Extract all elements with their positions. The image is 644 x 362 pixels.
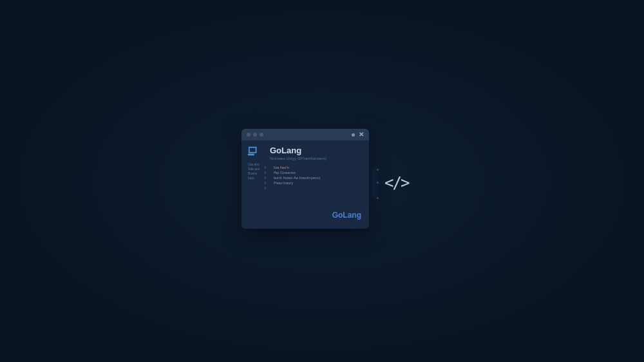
line-number: 1 xyxy=(264,165,266,170)
code-line: Paav baury xyxy=(274,180,320,186)
code-editor-content[interactable]: foa fast's fhp Gnaanss letnb hotes Ae In… xyxy=(274,165,320,186)
sidebar-items: Gta.ano Sab aos Buabs bajo xyxy=(248,162,260,180)
line-number: 1 xyxy=(264,170,266,175)
left-panel: Gta.ano Sab aos Buabs bajo xyxy=(248,146,263,180)
close-icon[interactable]: ✕ xyxy=(359,131,364,138)
line-number-gutter: 1 1 1 1 1 xyxy=(264,165,266,191)
sidebar-item[interactable]: Buabs xyxy=(248,171,260,176)
line-number: 1 xyxy=(264,175,266,180)
code-editor-window: ✕ Gta.ano Sab aos Buabs bajo GoLang Nicr… xyxy=(242,129,369,229)
app-title: GoLang xyxy=(270,146,327,156)
status-dot-icon xyxy=(352,133,355,137)
sidebar-item[interactable]: bajo xyxy=(248,176,260,180)
line-number: 1 xyxy=(264,186,266,191)
sidebar-item[interactable]: Sab aos xyxy=(248,167,260,171)
window-titlebar: ✕ xyxy=(242,129,369,140)
traffic-light-minimize[interactable] xyxy=(253,133,257,137)
footer-logo: GoLang xyxy=(332,211,361,220)
traffic-light-maximize[interactable] xyxy=(260,133,263,137)
code-line: fhp Gnaanss xyxy=(274,170,320,175)
sidebar-item[interactable]: Gta.ano xyxy=(248,162,260,167)
traffic-lights xyxy=(247,133,263,137)
svg-rect-0 xyxy=(249,148,256,153)
traffic-light-close[interactable] xyxy=(247,133,251,137)
app-icon xyxy=(248,146,260,157)
code-line: letnb hotes Ae Ineotinyens) xyxy=(274,175,320,180)
line-number: 1 xyxy=(264,180,266,186)
connector-graphic xyxy=(369,166,381,201)
code-tag-icon: </> xyxy=(384,174,408,192)
titlebar-right-controls: ✕ xyxy=(352,131,364,138)
svg-rect-1 xyxy=(248,154,254,156)
app-subtitle: Nicrnaes Unryy GFInetrilionsens) xyxy=(270,157,327,160)
code-line: foa fast's xyxy=(274,165,320,170)
